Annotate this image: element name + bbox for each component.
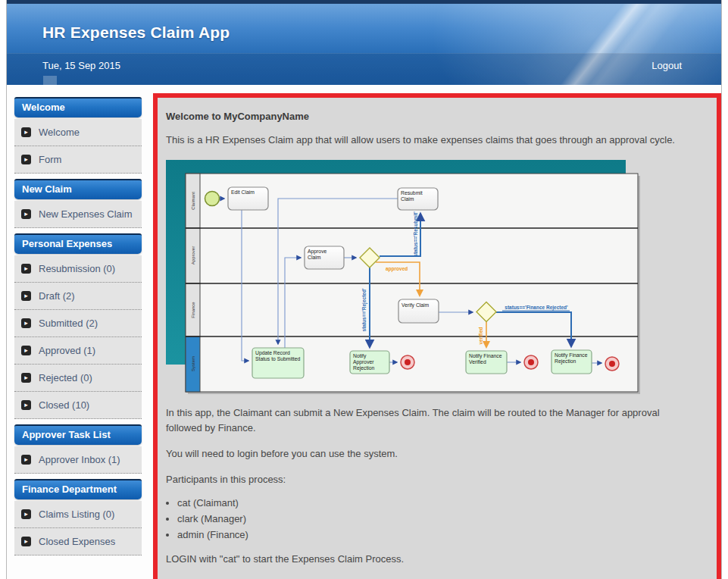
lane-finance: Finance — [191, 302, 195, 318]
sidebar-section-header: Personal Expenses — [14, 233, 142, 254]
login-paragraph: You will need to login before you can us… — [166, 446, 696, 462]
sidebar-section-header: Finance Department — [14, 479, 142, 499]
svg-text:Approve: Approve — [308, 249, 327, 255]
svg-text:Claim: Claim — [401, 196, 414, 202]
current-date: Tue, 15 Sep 2015 — [42, 60, 120, 71]
svg-text:Notify Finance: Notify Finance — [555, 352, 588, 358]
arrow-icon: ▸ — [21, 346, 31, 355]
svg-text:Verify Claim: Verify Claim — [401, 302, 430, 308]
arrow-icon: ▸ — [21, 127, 31, 137]
task-update-record: Update Record Status to Submitted — [252, 348, 304, 378]
arrow-icon: ▸ — [21, 509, 31, 519]
sidebar-section: Finance Department ▸ Claims Listing (0) … — [14, 479, 142, 556]
edge-label-approved: approved — [386, 266, 408, 272]
sidebar-item-closed-10[interactable]: ▸ Closed (10) — [14, 392, 142, 419]
lane-claimant: Claimant — [191, 192, 195, 210]
task-verify-claim: Verify Claim — [398, 299, 439, 323]
end-event — [605, 357, 619, 371]
end-event — [524, 355, 538, 369]
edge-label-rejected: status=='Rejected' — [361, 288, 367, 331]
sidebar-section-header: Approver Task List — [14, 424, 142, 445]
lane-approver: Approver — [191, 246, 195, 264]
task-notify-finance-verified: Notify Finance Verified — [466, 351, 507, 374]
participant-item: clark (Manager) — [177, 511, 717, 527]
participants-list: cat (Claimant)clark (Manager)admin (Fina… — [166, 495, 717, 543]
intro-paragraph: This is a HR Expenses Claim app that wil… — [166, 133, 696, 148]
sidebar-section: New Claim ▸ New Expenses Claim — [14, 179, 142, 228]
edge-label-resubmit: status=='Resubmit' — [413, 211, 418, 257]
process-flow-diagram: Claimant Approver Finance System — [166, 158, 648, 396]
sidebar-section: Approver Task List ▸ Approver Inbox (1) — [14, 424, 142, 474]
svg-text:Approver: Approver — [353, 359, 374, 365]
task-edit-claim: Edit Claim — [228, 187, 268, 210]
app-window: HR Expenses Claim App Tue, 15 Sep 2015 L… — [6, 0, 722, 579]
task-resubmit-claim: Resubmit Claim — [398, 188, 438, 210]
sidebar-item-claims-listing-0[interactable]: ▸ Claims Listing (0) — [14, 501, 142, 528]
svg-text:Verified: Verified — [469, 359, 486, 365]
svg-text:Rejection: Rejection — [353, 365, 375, 371]
app-title: HR Expenses Claim App — [42, 23, 230, 42]
arrow-icon: ▸ — [21, 155, 31, 164]
svg-text:Update Record: Update Record — [255, 350, 290, 356]
svg-text:Rejection: Rejection — [555, 358, 576, 365]
lane-system: System — [191, 356, 195, 371]
welcome-heading: Welcome to MyCompanyName — [166, 111, 717, 122]
sidebar-item-draft-2[interactable]: ▸ Draft (2) — [14, 283, 142, 310]
app-header: HR Expenses Claim App Tue, 15 Sep 2015 L… — [7, 4, 721, 85]
sidebar-section: Personal Expenses ▸ Resubmission (0) ▸ D… — [14, 233, 142, 419]
sidebar: Welcome ▸ Welcome ▸ Form New Claim ▸ New… — [14, 97, 142, 561]
arrow-icon: ▸ — [21, 537, 31, 546]
start-paragraph: LOGIN with "cat" to start the Expenses C… — [166, 552, 696, 567]
arrow-icon: ▸ — [21, 400, 31, 410]
task-notify-finance-rejection: Notify Finance Rejection — [551, 350, 592, 374]
task-approve-claim: Approve Claim — [305, 246, 344, 269]
sidebar-item-welcome[interactable]: ▸ Welcome — [14, 119, 142, 146]
participant-item: cat (Claimant) — [177, 495, 717, 511]
arrow-icon: ▸ — [21, 373, 31, 383]
arrow-icon: ▸ — [21, 455, 31, 465]
sidebar-section-header: Welcome — [14, 97, 142, 117]
arrow-icon: ▸ — [21, 318, 31, 328]
edge-label-finance-rejected: status=='Finance Rejected' — [505, 305, 568, 311]
sidebar-item-new-expenses-claim[interactable]: ▸ New Expenses Claim — [14, 201, 142, 228]
arrow-icon: ▸ — [21, 209, 31, 219]
svg-text:Claim: Claim — [308, 255, 321, 260]
svg-text:Status to Submitted: Status to Submitted — [255, 356, 301, 361]
page-body: Welcome ▸ Welcome ▸ Form New Claim ▸ New… — [7, 85, 721, 579]
logout-link[interactable]: Logout — [651, 60, 682, 71]
sidebar-section: Welcome ▸ Welcome ▸ Form — [14, 97, 142, 174]
sidebar-item-approver-inbox-1[interactable]: ▸ Approver Inbox (1) — [14, 446, 142, 474]
task-notify-approver-rejection: Notify Approver Rejection — [350, 351, 389, 374]
edge-label-verified: verified — [478, 327, 483, 344]
start-event — [205, 192, 220, 206]
svg-text:Notify Finance: Notify Finance — [469, 353, 502, 359]
svg-text:Resubmit: Resubmit — [401, 190, 423, 196]
sidebar-item-closed-expenses[interactable]: ▸ Closed Expenses — [14, 528, 142, 556]
sidebar-item-resubmission-0[interactable]: ▸ Resubmission (0) — [14, 255, 142, 283]
sidebar-item-rejected-0[interactable]: ▸ Rejected (0) — [14, 365, 142, 392]
arrow-icon: ▸ — [21, 291, 31, 301]
sidebar-section-header: New Claim — [14, 179, 142, 199]
arrow-icon: ▸ — [21, 264, 31, 274]
sidebar-item-form[interactable]: ▸ Form — [14, 146, 142, 174]
routing-paragraph: In this app, the Claimant can submit a N… — [166, 405, 696, 436]
sidebar-item-submitted-2[interactable]: ▸ Submitted (2) — [14, 310, 142, 337]
svg-text:Notify: Notify — [353, 353, 367, 359]
participants-paragraph: Participants in this process: — [166, 472, 696, 487]
svg-text:Edit Claim: Edit Claim — [231, 189, 255, 195]
end-event — [401, 355, 414, 369]
main-content: Welcome to MyCompanyName This is a HR Ex… — [153, 93, 721, 579]
header-corner-tab — [43, 76, 57, 85]
sidebar-item-approved-1[interactable]: ▸ Approved (1) — [14, 337, 142, 365]
participant-item: admin (Finance) — [177, 527, 717, 543]
